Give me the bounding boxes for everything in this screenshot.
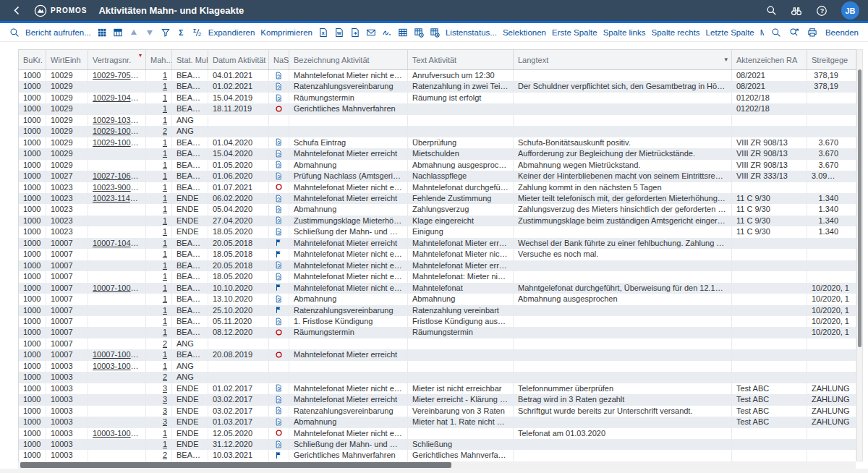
find-button[interactable] [771, 27, 781, 38]
sort-descending-button[interactable] [145, 27, 155, 38]
dunning-level-link[interactable]: 2 [163, 339, 167, 348]
signature-button[interactable] [382, 27, 392, 38]
dunning-level-link[interactable]: 3 [163, 395, 167, 404]
contract-number-link[interactable]: 10023-9003-01 [93, 183, 146, 192]
dunning-level-link[interactable]: 1 [163, 429, 167, 438]
total-button[interactable]: Σ [176, 27, 187, 38]
contract-number-link[interactable]: 10007-1004-01 [93, 350, 146, 359]
shell-search-button[interactable] [766, 5, 777, 16]
dunning-level-link[interactable]: 1 [163, 294, 167, 303]
contract-number-link[interactable]: 10029-1001-03 [93, 138, 146, 147]
column-header-wirt[interactable]: WirtEinh [46, 50, 88, 70]
sort-ascending-button[interactable] [129, 27, 139, 38]
dunning-level-link[interactable]: 1 [163, 227, 167, 236]
dunning-level-link[interactable]: 1 [163, 272, 167, 281]
dunning-level-link[interactable]: 1 [163, 362, 167, 370]
dunning-level-link[interactable]: 1 [163, 440, 167, 448]
column-header-mah[interactable]: Mah... [146, 50, 172, 70]
contract-number-link[interactable]: 10029-1037-01 [93, 116, 146, 124]
open-report-button[interactable]: Bericht aufrufen... [25, 28, 91, 37]
dunning-level-link[interactable]: 3 [163, 417, 167, 426]
dunning-level-link[interactable]: 1 [163, 149, 167, 158]
dunning-level-link[interactable]: 2 [163, 127, 167, 135]
dunning-level-link[interactable]: 1 [163, 82, 167, 90]
cell-text [408, 338, 514, 349]
column-header-bez[interactable]: Bezeichnung Aktivität [289, 50, 408, 70]
dunning-level-link[interactable]: 1 [163, 194, 167, 203]
dunning-level-link[interactable]: 1 [163, 161, 167, 169]
contract-number-link[interactable]: 10027-1064-01 [93, 171, 146, 180]
dunning-level-link[interactable]: 1 [163, 93, 167, 102]
choose-details-button[interactable] [97, 27, 107, 38]
column-header-datum[interactable]: Datum Aktivität [208, 50, 269, 70]
expand-button[interactable]: Expandieren [208, 28, 255, 37]
dunning-level-link[interactable]: 1 [163, 250, 167, 258]
subtotal-button[interactable]: Σ2 [192, 27, 203, 38]
table-settings-button[interactable] [414, 27, 424, 38]
dunning-level-link[interactable]: 1 [163, 350, 167, 359]
export-word-button[interactable]: w [334, 27, 344, 38]
vertical-scrollbar[interactable] [856, 49, 863, 461]
vertical-scrollbar-thumb[interactable] [858, 69, 861, 347]
dunning-level-link[interactable]: 1 [163, 284, 167, 292]
help-button[interactable]: ? [816, 5, 827, 17]
exit-button[interactable]: Beenden [825, 28, 859, 37]
contract-number-link[interactable]: 10007-1041-01 [93, 239, 146, 247]
horizontal-scrollbar-thumb[interactable] [20, 462, 451, 468]
filter-button[interactable] [161, 27, 171, 38]
column-header-nast[interactable]: NaSt [269, 50, 289, 70]
dunning-level-link[interactable]: 1 [163, 261, 167, 270]
table-insert-button[interactable] [430, 27, 440, 38]
selections-button[interactable]: Selektionen [503, 28, 546, 37]
dunning-level-link[interactable]: 1 [163, 116, 167, 124]
search-button[interactable] [9, 27, 20, 38]
send-mail-button[interactable] [366, 27, 376, 38]
export-file-icon [350, 27, 360, 38]
last-column-button[interactable]: Letzte Spalte [706, 28, 754, 37]
print-button[interactable] [807, 27, 817, 38]
column-header-akt[interactable]: Aktenzeichen RA [732, 50, 807, 70]
dunning-level-link[interactable]: 2 [163, 372, 167, 381]
column-header-text[interactable]: Text Aktivität [408, 50, 514, 70]
export-excel-button[interactable]: x [318, 27, 328, 38]
table-view-button[interactable] [398, 27, 408, 38]
list-status-button[interactable]: Listenstatus... [446, 28, 497, 37]
contract-number-link[interactable]: 10007-1004-02 [93, 284, 146, 292]
shell-binoculars-button[interactable] [791, 5, 802, 17]
dunning-level-link[interactable]: 1 [163, 183, 167, 192]
column-left-button[interactable]: Spalte links [603, 28, 646, 37]
dunning-level-link[interactable]: 1 [163, 239, 167, 247]
dunning-level-link[interactable]: 1 [163, 71, 167, 80]
horizontal-scrollbar[interactable] [18, 461, 856, 469]
export-file-button[interactable] [350, 27, 360, 38]
dunning-level-link[interactable]: 1 [163, 104, 167, 113]
dunning-level-link[interactable]: 1 [163, 205, 167, 213]
change-layout-button[interactable] [113, 27, 123, 38]
column-header-lang[interactable]: Langtext▾ [514, 50, 732, 70]
user-avatar[interactable]: JB [841, 1, 859, 20]
contract-number-link[interactable]: 10003-1002-01 [93, 362, 146, 370]
dunning-level-link[interactable]: 1 [163, 138, 167, 147]
dunning-level-link[interactable]: 1 [163, 306, 167, 315]
dunning-level-link[interactable]: 1 [163, 171, 167, 180]
column-right-button[interactable]: Spalte rechts [651, 28, 699, 37]
first-column-button[interactable]: Erste Spalte [552, 28, 597, 37]
dunning-level-link[interactable]: 1 [163, 317, 167, 325]
column-header-vertrag[interactable]: Vertragsnr.▾ [88, 50, 146, 70]
column-header-bukr[interactable]: BuKr. [19, 50, 46, 70]
dunning-level-link[interactable]: 3 [163, 384, 167, 393]
contract-number-link[interactable]: 10029-7053-01 [93, 71, 146, 80]
collapse-button[interactable]: Komprimieren [260, 28, 312, 37]
contract-number-link[interactable]: 10029-1042-01 [93, 93, 146, 102]
contract-number-link[interactable]: 10023-1141-01 [93, 194, 146, 203]
back-button[interactable] [12, 5, 22, 16]
dunning-level-link[interactable]: 1 [163, 216, 167, 225]
dunning-level-link[interactable]: 2 [163, 451, 167, 459]
dunning-level-link[interactable]: 3 [163, 406, 167, 415]
contract-number-link[interactable]: 10029-1005-01 [93, 127, 146, 135]
contract-number-link[interactable]: 10003-1001-02 [93, 429, 146, 438]
column-header-stat[interactable]: Stat. MuK [172, 50, 208, 70]
dunning-level-link[interactable]: 1 [163, 328, 167, 336]
column-header-streit[interactable]: Streitgege [807, 50, 856, 70]
find-next-button[interactable] [789, 27, 799, 38]
